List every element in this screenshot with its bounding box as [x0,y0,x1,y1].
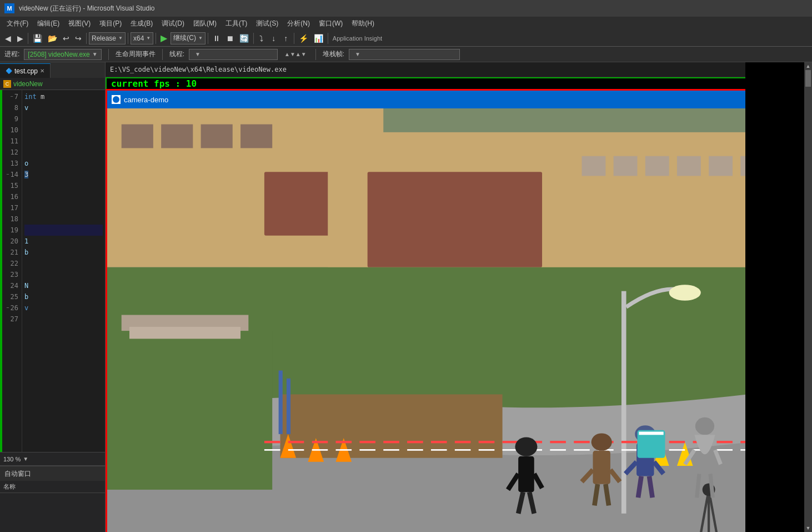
line-23: 23 [2,269,22,280]
code-content[interactable]: int m v o 3 1 b N b v [22,90,105,452]
menu-build[interactable]: 生成(B) [126,18,157,29]
zoom-bar: 130 % ▼ [0,452,105,465]
process-arrow: ▼ [92,51,98,57]
proc-sep2 [162,49,163,60]
code-line-26: v [24,302,103,314]
scroll-thumb[interactable] [805,70,811,87]
svg-rect-9 [368,172,542,267]
app-insight-btn[interactable]: Application Insight [330,34,384,43]
line-27: 27 [2,314,22,325]
sep2 [86,33,87,44]
diagnostics-btn[interactable]: ⚡ [297,33,310,44]
continue-dropdown[interactable]: 继续(C) ▼ [171,32,205,44]
code-line-8: v [24,102,103,113]
svg-rect-24 [129,327,240,339]
step-into[interactable]: ↓ [268,33,279,44]
play-btn[interactable]: ▶ [158,32,169,44]
vs-icon: M [4,3,14,13]
menu-analyze[interactable]: 分析(N) [283,18,314,29]
svg-point-45 [592,433,612,450]
process-label: 进程: [4,49,19,59]
tab-close[interactable]: ✕ [40,68,44,74]
platform-label: x64 [133,34,144,42]
line-18: 18 [2,213,22,225]
process-dropdown[interactable]: [2508] videoNew.exe ▼ [24,49,101,60]
camera-icon [112,95,121,104]
code-line-10 [24,125,103,136]
zoom-value: 130 % [3,456,21,463]
title-bar: M videoNew (正在运行) - Microsoft Visual Stu… [0,0,812,17]
tab-label: test.cpp [14,67,38,75]
menu-file[interactable]: 文件(F) [2,18,33,29]
fps-bar: current fps : 10 输出 [106,77,812,89]
forward-btn[interactable]: ▶ [14,33,26,44]
tab-test-cpp[interactable]: 🔷 test.cpp ✕ [0,63,51,78]
line-16: 16 [2,191,22,202]
svg-line-55 [638,476,641,498]
svg-rect-13 [677,156,701,176]
code-line-21: b [24,247,103,258]
back-btn[interactable]: ◀ [2,33,13,44]
save-btn[interactable]: 💾 [31,33,44,44]
thread-dropdown[interactable]: ▼ [189,49,278,60]
line-7: −7 [2,91,22,102]
config-dropdown[interactable]: Release ▼ [89,32,126,44]
thread-label: 线程: [169,49,184,59]
app-insight-label: Application Insight [333,35,382,42]
right-scrollbar[interactable]: ▲ ▼ [804,62,812,532]
stop-btn[interactable]: ⏹ [224,33,236,44]
code-line-13: o [24,158,103,169]
menu-debug[interactable]: 调试(D) [157,18,189,29]
svg-rect-3 [122,125,153,148]
code-line-11 [24,136,103,147]
code-line-20: 1 [24,236,103,247]
zoom-down[interactable]: ▼ [23,456,28,462]
line-20: 20 [2,236,22,247]
solution-bar: C videoNew [0,78,105,90]
scene-svg [107,108,810,532]
step-over[interactable]: ⤵ [256,33,267,44]
process-name: [2508] videoNew.exe [28,51,89,58]
solution-label: videoNew [13,80,43,88]
lifecycle-label: 生命周期事件 [116,49,156,59]
stack-label: 堆栈帧: [323,49,344,59]
svg-point-39 [515,437,537,456]
scroll-down-arrow[interactable]: ▼ [804,525,812,531]
menu-tools[interactable]: 工具(T) [221,18,252,29]
thread-arrows[interactable]: ▲▼▲▼ [282,50,309,58]
restart-btn[interactable]: 🔄 [237,33,251,44]
menu-edit[interactable]: 编辑(E) [33,18,64,29]
menu-view[interactable]: 视图(V) [64,18,95,29]
editor-area: 🔷 test.cpp ✕ C videoNew −7 8 9 10 11 12 … [0,62,106,532]
menu-help[interactable]: 帮助(H) [347,18,379,29]
stack-dropdown[interactable]: ▼ [349,49,460,60]
undo-btn[interactable]: ↩ [61,33,72,44]
perf-btn[interactable]: 📊 [312,33,325,44]
process-bar: 进程: [2508] videoNew.exe ▼ 生命周期事件 线程: ▼ ▲… [0,47,812,62]
scroll-up-arrow[interactable]: ▲ [804,62,812,69]
step-out[interactable]: ↑ [280,33,292,44]
platform-dropdown[interactable]: x64 ▼ [131,32,153,44]
svg-rect-6 [240,125,272,148]
window-title: videoNew (正在运行) - Microsoft Visual Studi… [19,4,155,13]
thread-arrow: ▼ [195,51,201,57]
svg-rect-5 [201,125,233,148]
menu-team[interactable]: 团队(M) [189,18,221,29]
line-26: −26 [2,302,22,314]
svg-rect-12 [645,156,669,176]
menu-project[interactable]: 项目(P) [95,18,126,29]
code-line-19 [24,225,103,236]
redo-btn[interactable]: ↪ [73,33,84,44]
open-btn[interactable]: 📂 [46,33,59,44]
right-area: E:\VS_code\videoNew\x64\Release\videoNew… [106,62,812,532]
menu-test[interactable]: 测试(S) [252,18,283,29]
pause-btn[interactable]: ⏸ [210,33,223,44]
menu-bar: 文件(F) 编辑(E) 视图(V) 项目(P) 生成(B) 调试(D) 团队(M… [0,17,812,30]
video-frame: 视频 [107,108,810,532]
menu-window[interactable]: 窗口(W) [314,18,347,29]
svg-rect-14 [709,156,733,176]
svg-line-61 [710,474,713,498]
config-label: Release [92,34,116,42]
svg-rect-22 [107,331,272,490]
auto-window-header: 名称 [0,481,105,493]
